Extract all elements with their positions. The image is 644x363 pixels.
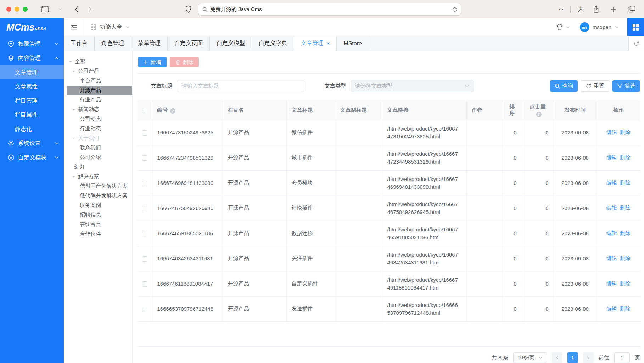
row-checkbox[interactable] — [142, 181, 147, 186]
tree-node[interactable]: 新闻动态 — [64, 105, 132, 114]
edit-link[interactable]: 编辑 — [606, 154, 617, 160]
caret-down-icon[interactable] — [72, 175, 78, 178]
close-icon[interactable]: × — [326, 41, 330, 46]
tree-node[interactable]: 信创国产化解决方案 — [64, 181, 132, 191]
theme-button[interactable] — [556, 24, 570, 31]
next-page-button[interactable] — [583, 352, 594, 363]
sidebar-item-permission-management[interactable]: 权限管理 — [0, 37, 64, 51]
tree-node[interactable]: 全部 — [64, 57, 132, 66]
delete-link[interactable]: 删除 — [620, 230, 631, 236]
edit-link[interactable]: 编辑 — [606, 255, 617, 261]
privacy-shield-icon[interactable] — [183, 5, 194, 13]
zoom-window-button[interactable] — [23, 7, 28, 12]
delete-link[interactable]: 删除 — [620, 154, 631, 160]
delete-link[interactable]: 删除 — [620, 306, 631, 312]
new-tab-icon[interactable] — [609, 6, 618, 12]
search-button[interactable]: 查询 — [550, 80, 578, 92]
caret-down-icon[interactable] — [69, 60, 75, 64]
tab-custom-page[interactable]: 自定义页面 — [168, 36, 210, 51]
tree-node[interactable]: 合作伙伴 — [64, 229, 132, 239]
tree-node[interactable]: 解决方案 — [64, 172, 132, 181]
tree-node[interactable]: 幻灯 — [64, 162, 132, 172]
minimize-window-button[interactable] — [15, 7, 19, 12]
sidebar-item-content-management[interactable]: 内容管理 — [0, 51, 64, 65]
text-larger-button[interactable]: 大 — [578, 5, 584, 13]
tab-custom-dict[interactable]: 自定义字典 — [252, 36, 294, 51]
delete-link[interactable]: 删除 — [620, 129, 631, 135]
delete-link[interactable]: 删除 — [620, 280, 631, 286]
delete-link[interactable]: 删除 — [620, 255, 631, 261]
delete-button[interactable]: 删除 — [170, 57, 199, 67]
tree-node[interactable]: 在线留言 — [64, 220, 132, 229]
refresh-tab-button[interactable] — [628, 36, 644, 51]
tree-node[interactable]: 开源产品 — [67, 86, 132, 95]
select-all-checkbox[interactable] — [142, 108, 147, 113]
tab-mstore[interactable]: MStore — [337, 36, 369, 51]
edit-link[interactable]: 编辑 — [606, 306, 617, 312]
title-filter-input[interactable]: 请输入文章标题 — [177, 80, 304, 92]
page-1-button[interactable]: 1 — [567, 352, 578, 363]
address-bar[interactable]: 免费开源的 Java Cms — [198, 3, 461, 15]
tab-workbench[interactable]: 工作台 — [64, 36, 95, 51]
sidebar-item-system-settings[interactable]: 系统设置 — [0, 136, 64, 150]
text-smaller-button[interactable]: 小 — [559, 6, 563, 12]
sidebar-item-column-management[interactable]: 栏目管理 — [0, 94, 64, 108]
tab-role-management[interactable]: 角色管理 — [95, 36, 131, 51]
edit-link[interactable]: 编辑 — [606, 230, 617, 236]
caret-down-icon[interactable] — [72, 137, 78, 140]
reload-icon[interactable] — [452, 7, 457, 12]
caret-down-icon[interactable] — [72, 108, 78, 111]
tree-node[interactable]: 低代码开发解决方案 — [64, 191, 132, 200]
tree-node[interactable]: 服务案例 — [64, 200, 132, 210]
filter-button[interactable]: 筛选 — [612, 80, 640, 92]
goto-page-input[interactable]: 1 — [614, 352, 630, 363]
caret-down-icon[interactable] — [72, 70, 78, 73]
sidebar-toggle-icon[interactable] — [39, 6, 51, 12]
add-button[interactable]: 新增 — [138, 57, 167, 67]
tree-node[interactable]: 招聘信息 — [64, 210, 132, 220]
apps-grid-button[interactable] — [627, 18, 644, 36]
page-size-select[interactable]: 10条/页 — [513, 352, 547, 363]
tree-node[interactable]: 公司动态 — [64, 114, 132, 124]
help-icon[interactable]: ? — [170, 108, 175, 114]
prev-page-button[interactable] — [552, 352, 562, 363]
edit-link[interactable]: 编辑 — [606, 180, 617, 186]
sidebar-item-custom-modules[interactable]: 自定义模块 — [0, 150, 64, 165]
delete-link[interactable]: 删除 — [620, 205, 631, 211]
sidebar-item-article-attributes[interactable]: 文章属性 — [0, 79, 64, 94]
edit-link[interactable]: 编辑 — [606, 129, 617, 135]
tab-article-management[interactable]: 文章管理× — [294, 36, 337, 51]
close-window-button[interactable] — [6, 7, 11, 12]
row-checkbox[interactable] — [142, 155, 147, 161]
user-menu[interactable]: ms msopen — [580, 22, 619, 32]
sidebar-item-column-attributes[interactable]: 栏目属性 — [0, 108, 64, 122]
row-checkbox[interactable] — [142, 231, 147, 236]
forward-button[interactable] — [86, 6, 94, 13]
row-checkbox[interactable] — [142, 281, 147, 287]
reset-button[interactable]: 重置 — [581, 80, 609, 92]
help-icon[interactable]: ? — [536, 112, 542, 117]
chevron-down-icon[interactable] — [56, 7, 65, 11]
back-button[interactable] — [72, 6, 81, 13]
row-checkbox[interactable] — [142, 130, 147, 136]
share-icon[interactable] — [591, 5, 601, 13]
row-checkbox[interactable] — [142, 307, 147, 312]
tab-custom-model[interactable]: 自定义模型 — [210, 36, 252, 51]
tree-node[interactable]: 行业动态 — [64, 124, 132, 133]
sidebar-item-article-management[interactable]: 文章管理 — [0, 65, 64, 79]
tab-menu-management[interactable]: 菜单管理 — [131, 36, 168, 51]
sidebar-item-static-generation[interactable]: 静态化 — [0, 122, 64, 136]
row-checkbox[interactable] — [142, 206, 147, 211]
tab-overview-icon[interactable] — [626, 6, 638, 13]
tree-node[interactable]: 公司介绍 — [64, 153, 132, 162]
collapse-sidebar-icon[interactable] — [68, 22, 79, 33]
tree-node[interactable]: 公司产品 — [64, 66, 132, 76]
tree-node[interactable]: 行业产品 — [64, 95, 132, 105]
tree-node[interactable]: 联系我们 — [64, 143, 132, 153]
edit-link[interactable]: 编辑 — [606, 280, 617, 286]
feature-menu-button[interactable]: 功能大全 — [83, 23, 137, 31]
delete-link[interactable]: 删除 — [620, 180, 631, 186]
row-checkbox[interactable] — [142, 256, 147, 262]
tree-node[interactable]: 关于我们 — [64, 133, 132, 143]
tree-node[interactable]: 平台产品 — [64, 76, 132, 86]
